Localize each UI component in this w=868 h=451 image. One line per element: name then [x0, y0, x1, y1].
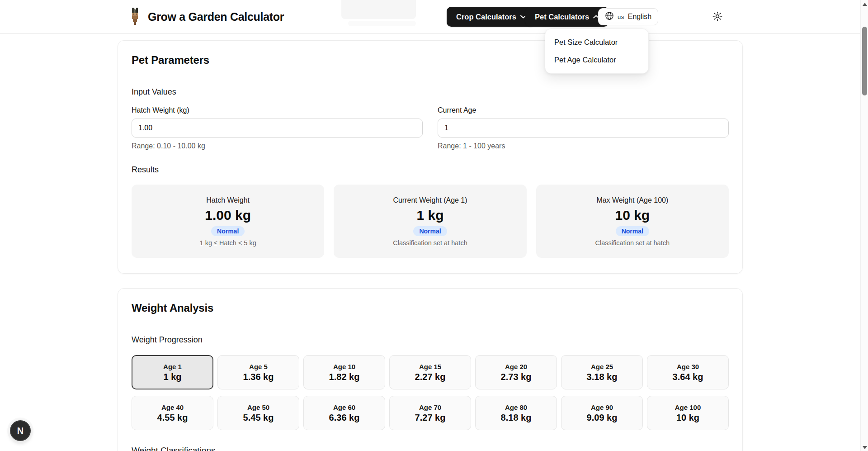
language-flag: us [618, 14, 624, 20]
input-field-group: Hatch Weight (kg) Range: 0.10 - 10.00 kg [132, 106, 423, 150]
result-caption: 1 kg ≤ Hatch < 5 kg [200, 239, 256, 247]
age-weight-value: 9.09 kg [587, 413, 618, 423]
age-label: Age 60 [333, 404, 355, 411]
result-card: Max Weight (Age 100) 10 kg Normal Classi… [536, 185, 729, 258]
age-weight-value: 1 kg [163, 372, 181, 382]
result-value: 10 kg [615, 208, 650, 223]
pet-calculators-button[interactable]: Pet Calculators [525, 7, 609, 27]
age-weight-value: 3.64 kg [673, 372, 703, 382]
input-fields: Hatch Weight (kg) Range: 0.10 - 10.00 kg… [132, 106, 729, 150]
weight-progression-heading: Weight Progression [132, 335, 729, 345]
dropdown-menu-item[interactable]: Pet Age Calculator [545, 51, 648, 69]
result-value: 1 kg [416, 208, 443, 223]
field-input[interactable] [132, 119, 423, 138]
result-card: Hatch Weight 1.00 kg Normal 1 kg ≤ Hatch… [132, 185, 324, 258]
dropdown-menu-item[interactable]: Pet Size Calculator [545, 33, 648, 51]
age-weight-value: 6.36 kg [329, 413, 360, 423]
result-card: Current Weight (Age 1) 1 kg Normal Class… [334, 185, 526, 258]
app-title: Grow a Garden Calculator [148, 10, 284, 24]
age-weight-button[interactable]: Age 1 1 kg [132, 355, 213, 389]
age-weight-value: 10 kg [676, 413, 699, 423]
floating-n-button[interactable]: N [10, 420, 31, 441]
age-weight-value: 4.55 kg [157, 413, 188, 423]
age-label: Age 15 [419, 363, 441, 370]
result-caption: Classification set at hatch [393, 239, 467, 247]
results-heading: Results [132, 165, 729, 175]
input-field-group: Current Age Range: 1 - 100 years [438, 106, 729, 150]
field-range-hint: Range: 1 - 100 years [438, 142, 729, 150]
vertical-scrollbar[interactable] [860, 0, 868, 451]
theme-toggle-button[interactable] [711, 10, 724, 24]
age-label: Age 20 [505, 363, 527, 370]
brand: Grow a Garden Calculator [129, 0, 284, 34]
age-label: Age 5 [249, 363, 268, 370]
age-weight-value: 5.45 kg [243, 413, 274, 423]
weight-analysis-card: Weight Analysis Weight Progression Age 1… [118, 288, 743, 451]
sun-icon [712, 11, 723, 23]
age-label: Age 90 [591, 404, 613, 411]
ad-placeholder [341, 0, 416, 19]
age-weight-button[interactable]: Age 5 1.36 kg [217, 355, 299, 389]
weight-analysis-title: Weight Analysis [132, 302, 729, 314]
result-label: Current Weight (Age 1) [393, 196, 467, 204]
floating-button-label: N [17, 426, 24, 436]
crop-calculators-button[interactable]: Crop Calculators [447, 7, 536, 27]
age-label: Age 70 [419, 404, 441, 411]
result-label: Hatch Weight [206, 196, 250, 204]
field-input[interactable] [438, 119, 729, 138]
age-weight-button[interactable]: Age 15 2.27 kg [389, 355, 471, 389]
crop-calculators-label: Crop Calculators [456, 13, 516, 21]
age-weight-button[interactable]: Age 60 6.36 kg [303, 396, 385, 430]
age-label: Age 10 [333, 363, 355, 370]
result-value: 1.00 kg [205, 208, 251, 223]
age-weight-button[interactable]: Age 10 1.82 kg [303, 355, 385, 389]
age-weight-button[interactable]: Age 20 2.73 kg [475, 355, 557, 389]
status-badge: Normal [616, 226, 649, 236]
age-weight-button[interactable]: Age 30 3.64 kg [647, 355, 729, 389]
carrot-logo-icon [129, 8, 142, 27]
status-badge: Normal [413, 226, 447, 236]
pet-calculators-dropdown-menu: Pet Size CalculatorPet Age Calculator [545, 28, 649, 74]
age-weight-value: 3.18 kg [587, 372, 618, 382]
age-weight-value: 1.36 kg [243, 372, 274, 382]
age-weight-button[interactable]: Age 40 4.55 kg [132, 396, 213, 430]
age-label: Age 80 [505, 404, 527, 411]
status-badge: Normal [211, 226, 245, 236]
age-weight-button[interactable]: Age 50 5.45 kg [217, 396, 299, 430]
input-values-heading: Input Values [132, 87, 729, 97]
age-weight-button[interactable]: Age 100 10 kg [647, 396, 729, 430]
language-selector-button[interactable]: us English [598, 8, 658, 25]
result-label: Max Weight (Age 100) [596, 196, 668, 204]
field-label: Hatch Weight (kg) [132, 106, 423, 114]
pet-calculators-label: Pet Calculators [535, 13, 589, 21]
age-label: Age 25 [591, 363, 613, 370]
age-label: Age 50 [247, 404, 269, 411]
age-label: Age 30 [677, 363, 699, 370]
page: Grow a Garden Calculator Crop Calculator… [0, 0, 868, 451]
result-caption: Classification set at hatch [595, 239, 670, 247]
age-weight-value: 7.27 kg [415, 413, 446, 423]
field-label: Current Age [438, 106, 729, 114]
age-weight-value: 2.27 kg [415, 372, 446, 382]
age-weight-button[interactable]: Age 80 8.18 kg [475, 396, 557, 430]
pet-parameters-card: Pet Parameters Input Values Hatch Weight… [118, 40, 743, 274]
age-weight-value: 8.18 kg [501, 413, 532, 423]
scroll-up-arrow-icon[interactable] [863, 3, 867, 6]
language-label: English [628, 13, 651, 21]
scroll-down-arrow-icon[interactable] [863, 446, 867, 449]
scrollbar-thumb[interactable] [862, 27, 867, 95]
age-weight-value: 2.73 kg [501, 372, 532, 382]
top-navigation-bar: Grow a Garden Calculator Crop Calculator… [0, 0, 860, 34]
field-range-hint: Range: 0.10 - 10.00 kg [132, 142, 423, 150]
ad-placeholder-line [348, 21, 416, 26]
age-weight-button[interactable]: Age 90 9.09 kg [561, 396, 643, 430]
weight-classifications-heading: Weight Classifications [132, 446, 729, 451]
age-weight-button[interactable]: Age 70 7.27 kg [389, 396, 471, 430]
age-weight-button[interactable]: Age 25 3.18 kg [561, 355, 643, 389]
age-weight-value: 1.82 kg [329, 372, 360, 382]
results-cards: Hatch Weight 1.00 kg Normal 1 kg ≤ Hatch… [132, 185, 729, 258]
age-label: Age 40 [161, 404, 184, 411]
age-label: Age 1 [163, 363, 182, 370]
globe-icon [605, 11, 614, 22]
age-buttons-grid: Age 1 1 kg Age 5 1.36 kg Age 10 1.82 kg … [132, 355, 729, 430]
